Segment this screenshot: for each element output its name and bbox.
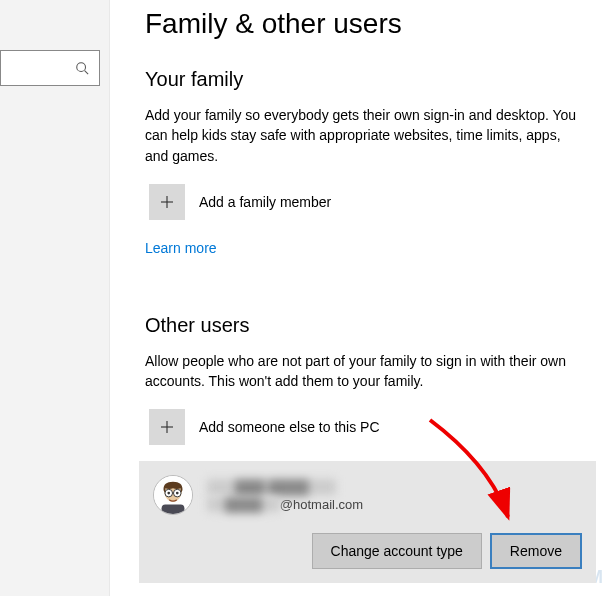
user-name: ███ ████ [207,479,363,495]
search-input[interactable] [0,50,100,86]
svg-point-9 [167,492,170,495]
search-icon [75,61,89,75]
plus-icon [149,409,185,445]
plus-icon [149,184,185,220]
add-other-label: Add someone else to this PC [199,419,380,435]
svg-point-10 [176,492,179,495]
user-card[interactable]: ███ ████ ████@hotmail.com Change account… [139,461,596,583]
svg-rect-12 [162,505,185,516]
svg-line-1 [85,71,89,75]
add-family-label: Add a family member [199,194,331,210]
user-email: ████@hotmail.com [207,497,363,512]
svg-point-0 [77,63,86,72]
avatar [153,475,193,515]
page-title: Family & other users [145,8,596,40]
add-family-member-button[interactable]: Add a family member [145,184,596,220]
other-users-description: Allow people who are not part of your fa… [145,351,585,392]
your-family-description: Add your family so everybody gets their … [145,105,585,166]
other-users-heading: Other users [145,314,596,337]
remove-button[interactable]: Remove [490,533,582,569]
settings-sidebar [0,0,110,596]
add-other-user-button[interactable]: Add someone else to this PC [145,409,596,445]
your-family-heading: Your family [145,68,596,91]
change-account-type-button[interactable]: Change account type [312,533,482,569]
learn-more-link[interactable]: Learn more [145,240,217,256]
